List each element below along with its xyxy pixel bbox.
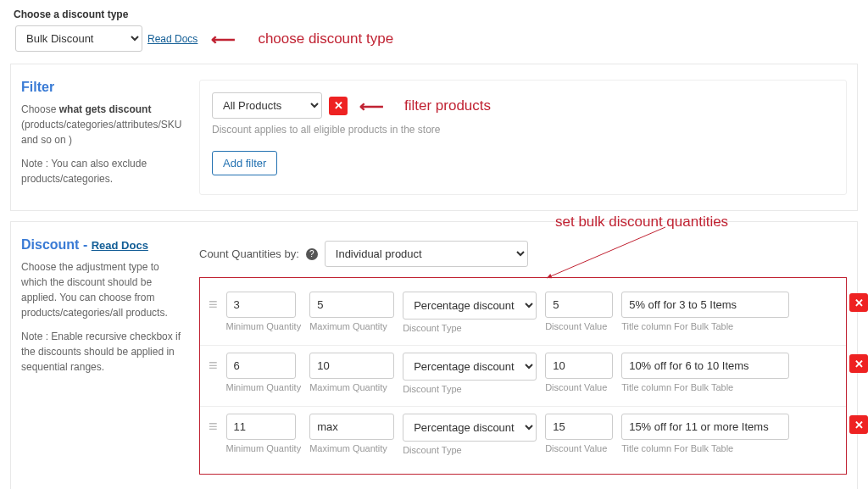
discount-type-label: Discount Type <box>403 323 537 333</box>
count-by-select[interactable]: Individual product <box>325 241 528 267</box>
info-icon[interactable]: ? <box>306 248 318 260</box>
discount-value-label: Discount Value <box>545 443 613 453</box>
title-input[interactable] <box>621 414 789 440</box>
discount-type-row-select[interactable]: Percentage discount <box>403 414 537 442</box>
discount-type-label: Choose a discount type <box>14 8 858 20</box>
close-icon: ✕ <box>854 358 864 370</box>
discount-value-input[interactable] <box>545 292 613 318</box>
max-qty-input[interactable] <box>309 353 394 379</box>
max-qty-label: Maximum Quantity <box>309 443 394 453</box>
discount-value-input[interactable] <box>545 414 613 440</box>
annotation-discount-type: choose discount type <box>258 31 393 47</box>
title-label: Title column For Bulk Table <box>621 443 789 453</box>
close-icon: ✕ <box>854 419 864 431</box>
title-input[interactable] <box>621 292 789 318</box>
min-qty-input[interactable] <box>226 353 296 379</box>
min-qty-label: Minimum Quantity <box>226 443 302 453</box>
min-qty-label: Minimum Quantity <box>226 321 302 331</box>
tier-row: ≡ Minimum Quantity Maximum Quantity Perc… <box>200 285 846 346</box>
discount-note: Note : Enable recursive checkbox if the … <box>21 329 182 375</box>
add-filter-button[interactable]: Add filter <box>212 151 277 175</box>
remove-tier-button[interactable]: ✕ <box>849 354 868 373</box>
max-qty-label: Maximum Quantity <box>309 382 394 392</box>
min-qty-input[interactable] <box>226 414 296 440</box>
filter-select[interactable]: All Products <box>212 92 322 119</box>
tier-row: ≡ Minimum Quantity Maximum Quantity Perc… <box>200 346 846 407</box>
tiers-container: ≡ Minimum Quantity Maximum Quantity Perc… <box>199 277 847 475</box>
remove-filter-button[interactable]: ✕ <box>329 97 348 115</box>
discount-value-label: Discount Value <box>545 321 613 331</box>
title-label: Title column For Bulk Table <box>621 321 789 331</box>
discount-type-label: Discount Type <box>403 384 537 394</box>
tier-row: ≡ Minimum Quantity Maximum Quantity Perc… <box>200 407 846 467</box>
close-icon: ✕ <box>334 99 343 112</box>
discount-value-label: Discount Value <box>545 382 613 392</box>
close-icon: ✕ <box>854 297 864 309</box>
drag-handle-icon[interactable]: ≡ <box>209 297 218 312</box>
count-label: Count Quantities by: <box>199 247 299 260</box>
filter-heading: Filter <box>21 80 182 95</box>
read-docs-link-top[interactable]: Read Docs <box>147 33 198 45</box>
drag-handle-icon[interactable]: ≡ <box>209 419 218 434</box>
title-input[interactable] <box>621 353 789 379</box>
annotation-filter: filter products <box>404 97 491 114</box>
arrow-left-icon: ⟵ <box>359 97 384 114</box>
discount-value-input[interactable] <box>545 353 613 379</box>
discount-desc: Choose the adjustment type to which the … <box>21 259 182 320</box>
arrow-left-icon: ⟵ <box>211 31 236 47</box>
min-qty-input[interactable] <box>226 292 296 318</box>
annotation-bulk: set bulk discount quantities <box>555 214 728 231</box>
discount-heading: Discount - Read Docs <box>21 237 182 253</box>
max-qty-input[interactable] <box>309 414 394 440</box>
drag-handle-icon[interactable]: ≡ <box>209 358 218 373</box>
max-qty-input[interactable] <box>309 292 394 318</box>
remove-tier-button[interactable]: ✕ <box>849 293 868 312</box>
max-qty-label: Maximum Quantity <box>309 321 394 331</box>
filter-desc: Choose what gets discount (products/cate… <box>21 102 182 147</box>
title-label: Title column For Bulk Table <box>621 382 789 392</box>
min-qty-label: Minimum Quantity <box>226 382 302 392</box>
discount-type-row-select[interactable]: Percentage discount <box>403 353 537 381</box>
filter-hint: Discount applies to all eligible product… <box>212 124 834 136</box>
discount-type-row-select[interactable]: Percentage discount <box>403 292 537 320</box>
remove-tier-button[interactable]: ✕ <box>849 415 868 434</box>
discount-type-select[interactable]: Bulk Discount <box>15 25 142 52</box>
filter-note: Note : You can also exclude products/cat… <box>21 156 182 186</box>
read-docs-link-discount[interactable]: Read Docs <box>92 239 148 252</box>
discount-type-label: Discount Type <box>403 445 537 455</box>
